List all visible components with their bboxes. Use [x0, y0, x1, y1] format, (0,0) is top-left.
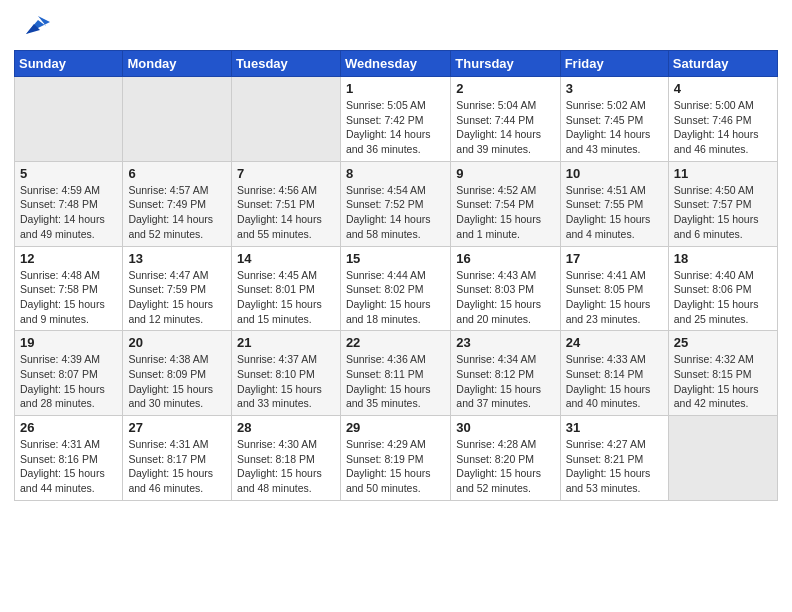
calendar-cell: 22Sunrise: 4:36 AMSunset: 8:11 PMDayligh… — [340, 331, 450, 416]
calendar-week-row: 12Sunrise: 4:48 AMSunset: 7:58 PMDayligh… — [15, 246, 778, 331]
day-number: 11 — [674, 166, 772, 181]
calendar-cell: 12Sunrise: 4:48 AMSunset: 7:58 PMDayligh… — [15, 246, 123, 331]
day-info: Sunrise: 4:45 AMSunset: 8:01 PMDaylight:… — [237, 268, 335, 327]
day-info: Sunrise: 4:30 AMSunset: 8:18 PMDaylight:… — [237, 437, 335, 496]
calendar-cell — [15, 77, 123, 162]
day-info: Sunrise: 4:44 AMSunset: 8:02 PMDaylight:… — [346, 268, 445, 327]
day-number: 23 — [456, 335, 554, 350]
calendar-cell: 9Sunrise: 4:52 AMSunset: 7:54 PMDaylight… — [451, 161, 560, 246]
calendar-cell: 5Sunrise: 4:59 AMSunset: 7:48 PMDaylight… — [15, 161, 123, 246]
day-number: 8 — [346, 166, 445, 181]
weekday-header-wednesday: Wednesday — [340, 51, 450, 77]
day-info: Sunrise: 4:36 AMSunset: 8:11 PMDaylight:… — [346, 352, 445, 411]
calendar-cell: 25Sunrise: 4:32 AMSunset: 8:15 PMDayligh… — [668, 331, 777, 416]
day-number: 13 — [128, 251, 226, 266]
day-number: 1 — [346, 81, 445, 96]
weekday-header-tuesday: Tuesday — [232, 51, 341, 77]
day-number: 22 — [346, 335, 445, 350]
day-number: 5 — [20, 166, 117, 181]
day-number: 30 — [456, 420, 554, 435]
day-info: Sunrise: 4:39 AMSunset: 8:07 PMDaylight:… — [20, 352, 117, 411]
day-number: 18 — [674, 251, 772, 266]
calendar-cell: 24Sunrise: 4:33 AMSunset: 8:14 PMDayligh… — [560, 331, 668, 416]
weekday-header-monday: Monday — [123, 51, 232, 77]
calendar-cell: 8Sunrise: 4:54 AMSunset: 7:52 PMDaylight… — [340, 161, 450, 246]
day-number: 6 — [128, 166, 226, 181]
day-info: Sunrise: 4:31 AMSunset: 8:16 PMDaylight:… — [20, 437, 117, 496]
day-info: Sunrise: 4:52 AMSunset: 7:54 PMDaylight:… — [456, 183, 554, 242]
calendar-cell: 18Sunrise: 4:40 AMSunset: 8:06 PMDayligh… — [668, 246, 777, 331]
calendar-table: SundayMondayTuesdayWednesdayThursdayFrid… — [14, 50, 778, 501]
calendar-cell: 16Sunrise: 4:43 AMSunset: 8:03 PMDayligh… — [451, 246, 560, 331]
calendar-cell: 1Sunrise: 5:05 AMSunset: 7:42 PMDaylight… — [340, 77, 450, 162]
calendar-cell: 13Sunrise: 4:47 AMSunset: 7:59 PMDayligh… — [123, 246, 232, 331]
calendar-cell: 11Sunrise: 4:50 AMSunset: 7:57 PMDayligh… — [668, 161, 777, 246]
calendar-cell: 14Sunrise: 4:45 AMSunset: 8:01 PMDayligh… — [232, 246, 341, 331]
day-info: Sunrise: 4:51 AMSunset: 7:55 PMDaylight:… — [566, 183, 663, 242]
weekday-header-saturday: Saturday — [668, 51, 777, 77]
day-number: 27 — [128, 420, 226, 435]
day-number: 25 — [674, 335, 772, 350]
day-info: Sunrise: 5:04 AMSunset: 7:44 PMDaylight:… — [456, 98, 554, 157]
calendar-week-row: 1Sunrise: 5:05 AMSunset: 7:42 PMDaylight… — [15, 77, 778, 162]
calendar-cell: 17Sunrise: 4:41 AMSunset: 8:05 PMDayligh… — [560, 246, 668, 331]
day-number: 10 — [566, 166, 663, 181]
weekday-header-friday: Friday — [560, 51, 668, 77]
weekday-header-sunday: Sunday — [15, 51, 123, 77]
calendar-cell: 3Sunrise: 5:02 AMSunset: 7:45 PMDaylight… — [560, 77, 668, 162]
day-number: 24 — [566, 335, 663, 350]
day-info: Sunrise: 5:05 AMSunset: 7:42 PMDaylight:… — [346, 98, 445, 157]
day-info: Sunrise: 4:47 AMSunset: 7:59 PMDaylight:… — [128, 268, 226, 327]
day-info: Sunrise: 4:37 AMSunset: 8:10 PMDaylight:… — [237, 352, 335, 411]
calendar-cell — [123, 77, 232, 162]
calendar-cell: 27Sunrise: 4:31 AMSunset: 8:17 PMDayligh… — [123, 416, 232, 501]
day-number: 3 — [566, 81, 663, 96]
weekday-header-row: SundayMondayTuesdayWednesdayThursdayFrid… — [15, 51, 778, 77]
day-info: Sunrise: 4:40 AMSunset: 8:06 PMDaylight:… — [674, 268, 772, 327]
calendar-week-row: 5Sunrise: 4:59 AMSunset: 7:48 PMDaylight… — [15, 161, 778, 246]
calendar-cell — [232, 77, 341, 162]
day-info: Sunrise: 5:00 AMSunset: 7:46 PMDaylight:… — [674, 98, 772, 157]
day-info: Sunrise: 4:38 AMSunset: 8:09 PMDaylight:… — [128, 352, 226, 411]
calendar-cell: 19Sunrise: 4:39 AMSunset: 8:07 PMDayligh… — [15, 331, 123, 416]
day-info: Sunrise: 4:28 AMSunset: 8:20 PMDaylight:… — [456, 437, 554, 496]
day-info: Sunrise: 4:43 AMSunset: 8:03 PMDaylight:… — [456, 268, 554, 327]
day-number: 28 — [237, 420, 335, 435]
day-number: 20 — [128, 335, 226, 350]
page: SundayMondayTuesdayWednesdayThursdayFrid… — [0, 0, 792, 612]
day-number: 4 — [674, 81, 772, 96]
day-number: 7 — [237, 166, 335, 181]
day-info: Sunrise: 4:31 AMSunset: 8:17 PMDaylight:… — [128, 437, 226, 496]
day-number: 31 — [566, 420, 663, 435]
day-number: 29 — [346, 420, 445, 435]
day-number: 21 — [237, 335, 335, 350]
calendar-cell: 26Sunrise: 4:31 AMSunset: 8:16 PMDayligh… — [15, 416, 123, 501]
day-info: Sunrise: 4:48 AMSunset: 7:58 PMDaylight:… — [20, 268, 117, 327]
day-info: Sunrise: 4:32 AMSunset: 8:15 PMDaylight:… — [674, 352, 772, 411]
day-info: Sunrise: 4:34 AMSunset: 8:12 PMDaylight:… — [456, 352, 554, 411]
day-number: 12 — [20, 251, 117, 266]
header — [14, 10, 778, 42]
day-info: Sunrise: 4:54 AMSunset: 7:52 PMDaylight:… — [346, 183, 445, 242]
day-info: Sunrise: 5:02 AMSunset: 7:45 PMDaylight:… — [566, 98, 663, 157]
day-number: 2 — [456, 81, 554, 96]
calendar-cell: 7Sunrise: 4:56 AMSunset: 7:51 PMDaylight… — [232, 161, 341, 246]
logo-bird-icon — [18, 10, 50, 42]
logo — [14, 10, 50, 42]
calendar-cell: 15Sunrise: 4:44 AMSunset: 8:02 PMDayligh… — [340, 246, 450, 331]
day-number: 16 — [456, 251, 554, 266]
calendar-cell: 4Sunrise: 5:00 AMSunset: 7:46 PMDaylight… — [668, 77, 777, 162]
weekday-header-thursday: Thursday — [451, 51, 560, 77]
calendar-week-row: 19Sunrise: 4:39 AMSunset: 8:07 PMDayligh… — [15, 331, 778, 416]
day-info: Sunrise: 4:56 AMSunset: 7:51 PMDaylight:… — [237, 183, 335, 242]
day-number: 9 — [456, 166, 554, 181]
day-number: 19 — [20, 335, 117, 350]
day-info: Sunrise: 4:33 AMSunset: 8:14 PMDaylight:… — [566, 352, 663, 411]
day-number: 15 — [346, 251, 445, 266]
calendar-cell: 10Sunrise: 4:51 AMSunset: 7:55 PMDayligh… — [560, 161, 668, 246]
calendar-cell: 6Sunrise: 4:57 AMSunset: 7:49 PMDaylight… — [123, 161, 232, 246]
day-info: Sunrise: 4:27 AMSunset: 8:21 PMDaylight:… — [566, 437, 663, 496]
calendar-cell: 28Sunrise: 4:30 AMSunset: 8:18 PMDayligh… — [232, 416, 341, 501]
day-info: Sunrise: 4:59 AMSunset: 7:48 PMDaylight:… — [20, 183, 117, 242]
calendar-cell: 21Sunrise: 4:37 AMSunset: 8:10 PMDayligh… — [232, 331, 341, 416]
